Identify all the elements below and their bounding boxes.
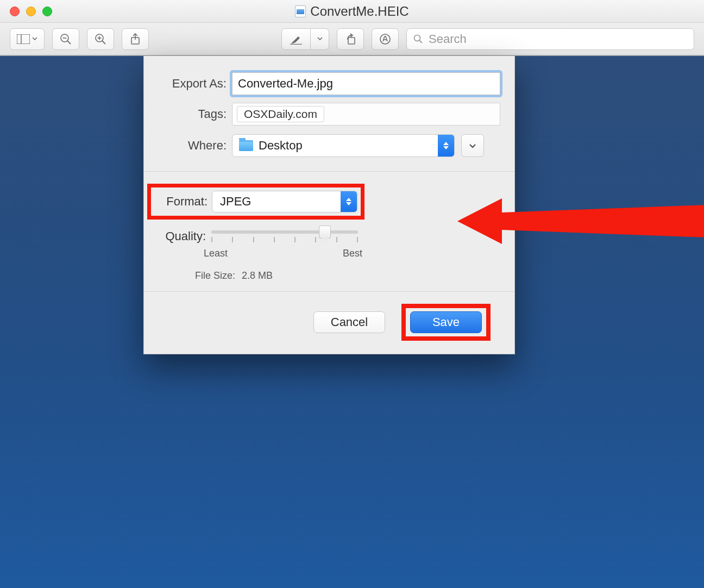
share-button[interactable]	[122, 28, 149, 50]
markup-tool-segment	[281, 28, 329, 50]
format-popup[interactable]: JPEG	[212, 191, 357, 212]
where-popup[interactable]: Desktop	[232, 134, 455, 157]
svg-point-14	[414, 35, 420, 41]
search-icon	[413, 34, 423, 44]
quality-min-label: Least	[204, 248, 228, 259]
folder-icon	[239, 140, 253, 151]
svg-point-13	[380, 34, 390, 44]
export-sheet: Export As: Tags: OSXDaily.com Where: Des…	[143, 56, 515, 354]
svg-rect-12	[348, 37, 355, 44]
updown-arrows-icon	[341, 191, 357, 212]
toolbar: Search	[0, 23, 704, 55]
svg-line-15	[420, 40, 423, 43]
rotate-button[interactable]	[337, 28, 364, 50]
svg-line-6	[102, 41, 105, 44]
save-button-highlight: Save	[401, 304, 491, 341]
where-expand-button[interactable]	[461, 134, 484, 157]
save-button[interactable]: Save	[410, 311, 482, 333]
document-canvas: Export As: Tags: OSXDaily.com Where: Des…	[0, 55, 704, 588]
quality-slider[interactable]	[211, 230, 358, 234]
filesize-label: File Size:	[149, 270, 242, 282]
format-label: Format:	[151, 195, 212, 209]
search-field[interactable]: Search	[406, 28, 694, 50]
window-controls	[0, 7, 52, 16]
export-as-input[interactable]	[232, 72, 500, 95]
highlight-button[interactable]	[281, 28, 311, 50]
window-title: ConvertMe.HEIC	[310, 4, 408, 19]
window-titlebar: ConvertMe.HEIC	[0, 0, 704, 23]
where-label: Where:	[158, 139, 232, 153]
svg-rect-0	[17, 34, 30, 44]
quality-slider-knob[interactable]	[319, 226, 331, 239]
filesize-value: 2.8 MB	[242, 270, 273, 282]
quality-label: Quality:	[149, 228, 211, 243]
where-value: Desktop	[259, 139, 438, 153]
updown-arrows-icon	[438, 135, 454, 157]
tags-label: Tags:	[158, 107, 232, 121]
minimize-window-button[interactable]	[26, 7, 36, 16]
zoom-in-button[interactable]	[87, 28, 114, 50]
export-as-label: Export As:	[158, 77, 232, 91]
zoom-out-button[interactable]	[52, 28, 79, 50]
slider-ticks	[211, 237, 358, 242]
tags-field[interactable]: OSXDaily.com	[232, 103, 500, 126]
format-row-highlight: Format: JPEG	[147, 184, 364, 220]
quality-max-label: Best	[343, 248, 362, 259]
close-window-button[interactable]	[10, 7, 20, 16]
sidebar-toggle-button[interactable]	[10, 28, 45, 50]
format-value: JPEG	[212, 195, 341, 209]
zoom-window-button[interactable]	[42, 7, 52, 16]
tag-token[interactable]: OSXDaily.com	[237, 106, 324, 122]
svg-line-3	[67, 41, 71, 44]
markup-toolbar-button[interactable]	[372, 28, 399, 50]
highlight-menu-button[interactable]	[311, 28, 329, 50]
document-icon	[295, 5, 306, 17]
cancel-button[interactable]: Cancel	[313, 311, 385, 333]
search-placeholder: Search	[429, 32, 467, 46]
